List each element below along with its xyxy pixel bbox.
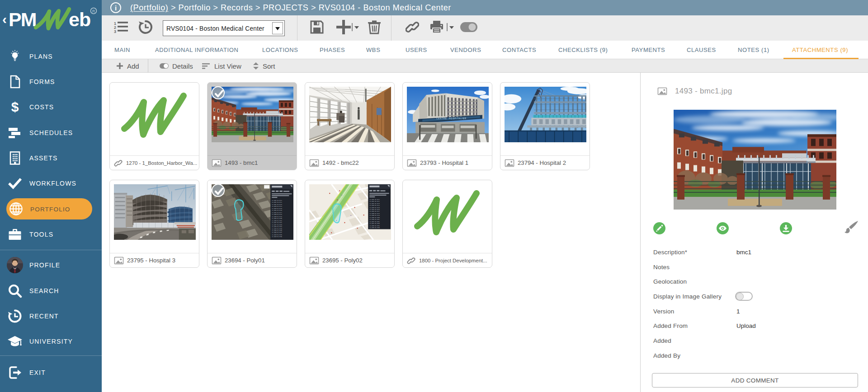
svg-text:24.4837 54.3733: 24.4837 54.3733 bbox=[272, 224, 282, 225]
svg-text:24.4835 54.3728: 24.4835 54.3728 bbox=[272, 214, 282, 215]
svg-text:24.4833 54.3724: 24.4833 54.3724 bbox=[272, 206, 282, 207]
svg-text:24.4838 54.3735: 24.4838 54.3735 bbox=[369, 227, 380, 229]
svg-text:24.4839 54.3736: 24.4839 54.3736 bbox=[272, 230, 282, 232]
svg-text:eb: eb bbox=[69, 9, 90, 30]
svg-text:24.4833 54.3725: 24.4833 54.3725 bbox=[272, 208, 282, 210]
svg-text:24.4839 54.3737: 24.4839 54.3737 bbox=[272, 232, 282, 233]
svg-text:24.4838 54.3734: 24.4838 54.3734 bbox=[272, 226, 282, 228]
svg-text:24.4836 54.3730: 24.4836 54.3730 bbox=[272, 218, 282, 219]
svg-text:24.4838 54.3735: 24.4838 54.3735 bbox=[272, 228, 282, 229]
svg-text:PM: PM bbox=[9, 9, 36, 30]
svg-text:$: $ bbox=[11, 100, 19, 114]
svg-text:24.4836 54.3731: 24.4836 54.3731 bbox=[272, 220, 282, 222]
svg-text:24.4834 54.3726: 24.4834 54.3726 bbox=[369, 209, 380, 210]
svg-text:R: R bbox=[92, 9, 95, 14]
svg-text:24.4836 54.3731: 24.4836 54.3731 bbox=[369, 219, 380, 220]
svg-text:24.4833 54.3724: 24.4833 54.3724 bbox=[369, 205, 380, 206]
svg-text:24.4834 54.3727: 24.4834 54.3727 bbox=[369, 211, 380, 212]
svg-text:24.4834 54.3727: 24.4834 54.3727 bbox=[272, 212, 282, 214]
svg-text:24.4832 54.3722: 24.4832 54.3722 bbox=[272, 202, 282, 203]
svg-text:CENTRE HOSPITALIER: CENTRE HOSPITALIER bbox=[436, 117, 467, 119]
svg-text:24.4835 54.3728: 24.4835 54.3728 bbox=[369, 213, 380, 215]
svg-text:24.4836 54.3730: 24.4836 54.3730 bbox=[369, 217, 380, 219]
svg-text:24.4831 54.3721: 24.4831 54.3721 bbox=[369, 199, 380, 201]
svg-text:24.4838 54.3734: 24.4838 54.3734 bbox=[369, 225, 380, 227]
svg-text:3: 3 bbox=[114, 29, 116, 33]
svg-text:24.4832 54.3722: 24.4832 54.3722 bbox=[369, 201, 380, 202]
svg-text:24.4837 54.3733: 24.4837 54.3733 bbox=[369, 223, 380, 224]
svg-text:24.4837 54.3732: 24.4837 54.3732 bbox=[272, 222, 282, 224]
svg-text:24.4832 54.3723: 24.4832 54.3723 bbox=[272, 204, 282, 205]
svg-text:24.4833 54.3725: 24.4833 54.3725 bbox=[369, 207, 380, 208]
svg-text:24.4840 54.3738: 24.4840 54.3738 bbox=[272, 234, 282, 236]
svg-text:‹: ‹ bbox=[2, 12, 7, 27]
svg-text:24.4831 54.3721: 24.4831 54.3721 bbox=[272, 200, 282, 201]
svg-text:24.4837 54.3732: 24.4837 54.3732 bbox=[369, 221, 380, 223]
svg-text:24.4832 54.3723: 24.4832 54.3723 bbox=[369, 203, 380, 205]
svg-text:24.4835 54.3729: 24.4835 54.3729 bbox=[272, 216, 282, 218]
svg-text:24.4840 54.3739: 24.4840 54.3739 bbox=[272, 236, 282, 238]
svg-text:24.4834 54.3726: 24.4834 54.3726 bbox=[272, 210, 282, 211]
svg-text:24.4835 54.3729: 24.4835 54.3729 bbox=[369, 215, 380, 216]
